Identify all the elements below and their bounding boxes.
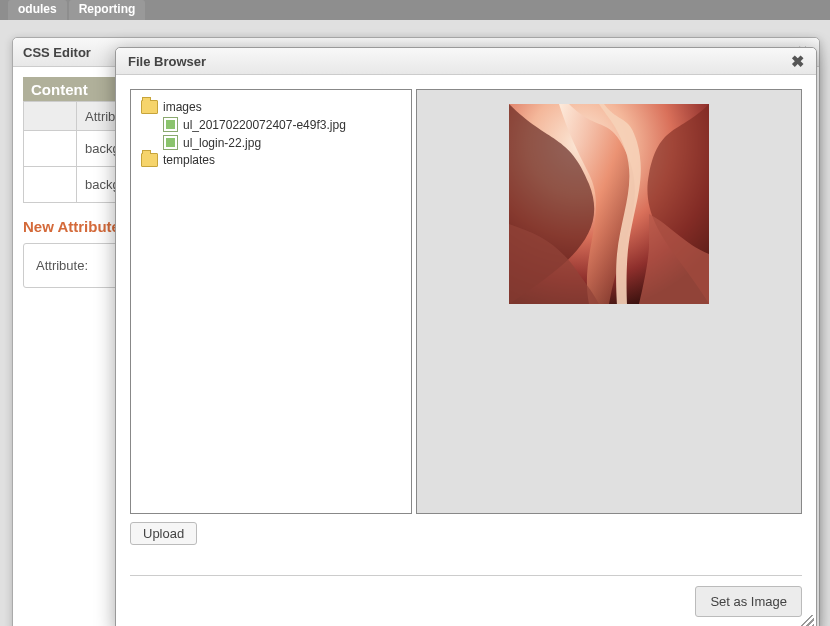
file-item[interactable]: ul_login-22.jpg	[163, 134, 405, 151]
nav-tab-reporting[interactable]: Reporting	[69, 0, 146, 21]
folder-images[interactable]: images	[141, 99, 405, 115]
folder-label: images	[163, 100, 202, 114]
folder-icon	[141, 100, 158, 114]
preview-pane	[416, 89, 802, 514]
nav-tab-modules[interactable]: odules	[8, 0, 67, 21]
file-label: ul_login-22.jpg	[183, 136, 261, 150]
file-label: ul_20170220072407-e49f3.jpg	[183, 118, 346, 132]
image-file-icon	[163, 117, 178, 132]
resize-handle-icon[interactable]	[800, 615, 814, 626]
divider	[130, 575, 802, 576]
image-file-icon	[163, 135, 178, 150]
folder-templates[interactable]: templates	[141, 152, 405, 168]
top-nav: odules Reporting	[0, 0, 830, 20]
upload-button[interactable]: Upload	[130, 522, 197, 545]
folder-label: templates	[163, 153, 215, 167]
folder-icon	[141, 153, 158, 167]
content-label: Content	[31, 81, 88, 98]
preview-image	[509, 104, 709, 304]
file-browser-dialog: File Browser ✖ images	[115, 47, 817, 626]
close-icon[interactable]: ✖	[791, 52, 804, 71]
file-item[interactable]: ul_20170220072407-e49f3.jpg	[163, 116, 405, 133]
set-as-image-button[interactable]: Set as Image	[695, 586, 802, 617]
file-browser-title: File Browser	[128, 54, 206, 69]
file-tree[interactable]: images ul_20170220072407-e49f3.jpg	[130, 89, 412, 514]
attribute-field-label: Attribute:	[36, 258, 88, 273]
css-editor-title: CSS Editor	[23, 45, 91, 60]
